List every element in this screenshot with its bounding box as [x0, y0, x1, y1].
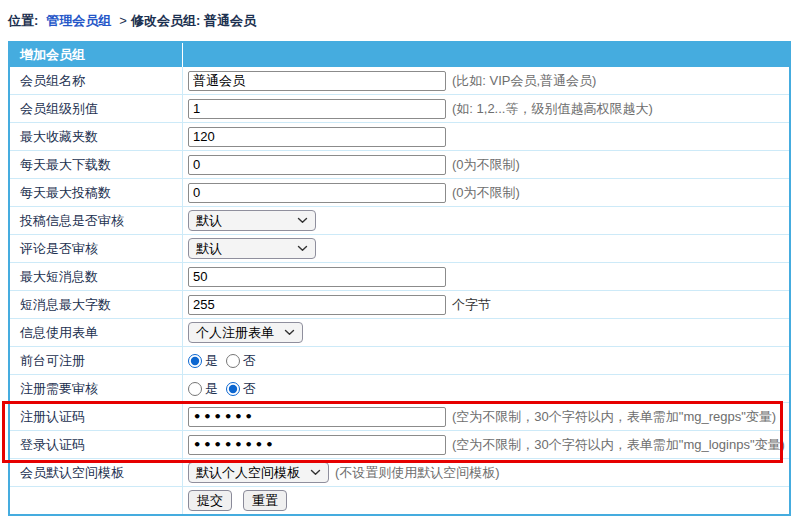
select-value: 个人注册表单 — [196, 324, 274, 342]
field-content: 是否 — [183, 347, 789, 374]
radio-label: 是 — [205, 352, 218, 370]
field-label: 投稿信息是否审核 — [10, 207, 183, 234]
form-table-header: 增加会员组 — [10, 43, 789, 67]
select-value: 默认个人空间模板 — [196, 464, 300, 482]
radio-option[interactable]: 否 — [226, 380, 256, 398]
form-row: 前台可注册是否 — [10, 346, 789, 374]
select-dropdown[interactable]: 默认 — [188, 238, 316, 259]
field-hint: (空为不限制，30个字符以内，表单需加"mg_loginps"变量) — [452, 436, 785, 454]
field-label: 最大短消息数 — [10, 263, 183, 290]
form-row: 每天最大下载数(0为不限制) — [10, 150, 789, 178]
breadcrumb: 位置:管理会员组>修改会员组: 普通会员 — [0, 0, 797, 41]
radio-group: 是否 — [188, 352, 256, 370]
reset-button[interactable]: 重置 — [243, 490, 287, 511]
select-dropdown[interactable]: 个人注册表单 — [188, 322, 303, 343]
text-field[interactable] — [188, 295, 446, 315]
form-row: 信息使用表单个人注册表单 — [10, 318, 789, 346]
field-label: 每天最大下载数 — [10, 151, 183, 178]
radio-button[interactable] — [188, 354, 202, 368]
field-label: 每天最大投稿数 — [10, 179, 183, 206]
breadcrumb-link-manage-groups[interactable]: 管理会员组 — [46, 13, 111, 28]
text-field[interactable] — [188, 99, 446, 119]
field-content: (空为不限制，30个字符以内，表单需加"mg_regps"变量) — [183, 403, 789, 430]
field-label: 注册需要审核 — [10, 375, 183, 402]
field-content: (比如: VIP会员,普通会员) — [183, 67, 789, 94]
field-label: 评论是否审核 — [10, 235, 183, 262]
field-content: (0为不限制) — [183, 151, 789, 178]
radio-option[interactable]: 是 — [188, 352, 218, 370]
radio-option[interactable]: 否 — [226, 352, 256, 370]
form-row: 会员默认空间模板默认个人空间模板(不设置则使用默认空间模板) — [10, 458, 789, 486]
field-label: 注册认证码 — [10, 403, 183, 430]
text-field[interactable] — [188, 183, 446, 203]
field-hint: (0为不限制) — [452, 184, 520, 202]
field-content: (空为不限制，30个字符以内，表单需加"mg_loginps"变量) — [183, 431, 789, 458]
chevron-down-icon — [284, 329, 295, 336]
select-dropdown[interactable]: 默认个人空间模板 — [188, 462, 329, 483]
form-row: 注册认证码(空为不限制，30个字符以内，表单需加"mg_regps"变量) — [10, 402, 789, 430]
field-content: 默认 — [183, 207, 789, 234]
radio-group: 是否 — [188, 380, 256, 398]
field-label: 会员默认空间模板 — [10, 459, 183, 486]
form-row: 会员组级别值(如: 1,2...等，级别值越高权限越大) — [10, 94, 789, 122]
radio-label: 否 — [243, 380, 256, 398]
field-label: 会员组级别值 — [10, 95, 183, 122]
form-row: 登录认证码(空为不限制，30个字符以内，表单需加"mg_loginps"变量) — [10, 430, 789, 458]
field-label: 会员组名称 — [10, 67, 183, 94]
radio-button[interactable] — [226, 354, 240, 368]
empty-label-cell — [10, 487, 183, 514]
text-field[interactable] — [188, 71, 446, 91]
field-suffix: 个字节 — [452, 296, 491, 314]
field-label: 前台可注册 — [10, 347, 183, 374]
field-hint: (如: 1,2...等，级别值越高权限越大) — [452, 100, 653, 118]
breadcrumb-separator: > — [119, 13, 127, 28]
radio-button[interactable] — [188, 382, 202, 396]
form-row: 注册需要审核是否 — [10, 374, 789, 402]
breadcrumb-current: 修改会员组: 普通会员 — [131, 13, 256, 28]
submit-button[interactable]: 提交 — [188, 490, 232, 511]
chevron-down-icon — [297, 217, 308, 224]
radio-option[interactable]: 是 — [188, 380, 218, 398]
text-field[interactable] — [188, 127, 446, 147]
chevron-down-icon — [310, 469, 321, 476]
field-hint: (空为不限制，30个字符以内，表单需加"mg_regps"变量) — [452, 408, 776, 426]
field-content: 是否 — [183, 375, 789, 402]
password-field[interactable] — [188, 435, 446, 455]
text-field[interactable] — [188, 267, 446, 287]
radio-button[interactable] — [226, 382, 240, 396]
form-row: 最大收藏夹数 — [10, 122, 789, 150]
field-content: (如: 1,2...等，级别值越高权限越大) — [183, 95, 789, 122]
radio-label: 否 — [243, 352, 256, 370]
field-content — [183, 263, 789, 290]
breadcrumb-prefix: 位置: — [8, 13, 38, 28]
form-actions-row: 提交重置 — [10, 486, 789, 514]
header-divider — [182, 43, 183, 67]
field-content: 个字节 — [183, 291, 789, 318]
form-table-title: 增加会员组 — [10, 46, 85, 64]
select-dropdown[interactable]: 默认 — [188, 210, 316, 231]
field-content: 默认个人空间模板(不设置则使用默认空间模板) — [183, 459, 789, 486]
field-label: 信息使用表单 — [10, 319, 183, 346]
field-content: 默认 — [183, 235, 789, 262]
field-content: (0为不限制) — [183, 179, 789, 206]
form-table: 增加会员组 会员组名称(比如: VIP会员,普通会员)会员组级别值(如: 1,2… — [8, 41, 791, 516]
form-row: 短消息最大字数个字节 — [10, 290, 789, 318]
password-field[interactable] — [188, 407, 446, 427]
form-row: 会员组名称(比如: VIP会员,普通会员) — [10, 67, 789, 94]
form-rows: 会员组名称(比如: VIP会员,普通会员)会员组级别值(如: 1,2...等，级… — [10, 67, 789, 514]
chevron-down-icon — [297, 245, 308, 252]
field-label: 短消息最大字数 — [10, 291, 183, 318]
field-content — [183, 123, 789, 150]
select-value: 默认 — [196, 212, 222, 230]
text-field[interactable] — [188, 155, 446, 175]
field-content: 个人注册表单 — [183, 319, 789, 346]
select-value: 默认 — [196, 240, 222, 258]
form-row: 最大短消息数 — [10, 262, 789, 290]
field-label: 最大收藏夹数 — [10, 123, 183, 150]
form-actions: 提交重置 — [183, 487, 789, 514]
form-row: 评论是否审核默认 — [10, 234, 789, 262]
radio-label: 是 — [205, 380, 218, 398]
form-row: 投稿信息是否审核默认 — [10, 206, 789, 234]
member-group-form: 增加会员组 会员组名称(比如: VIP会员,普通会员)会员组级别值(如: 1,2… — [8, 41, 791, 516]
field-hint: (不设置则使用默认空间模板) — [335, 464, 500, 482]
